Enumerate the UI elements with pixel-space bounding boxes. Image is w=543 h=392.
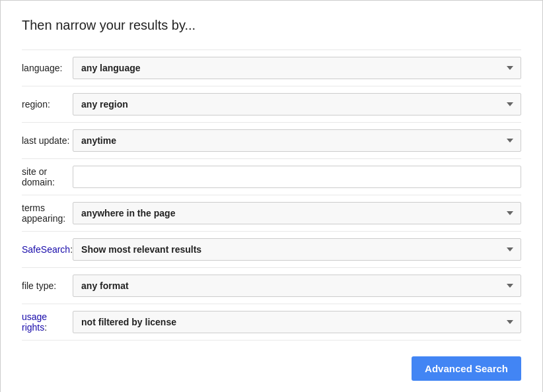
row-safesearch: SafeSearch:Show most relevant resultsFil… [22, 232, 521, 268]
input-cell-usage-rights: not filtered by licensefree to use or sh… [73, 304, 521, 341]
select-terms-appearing[interactable]: anywhere in the pagein the title of the … [73, 202, 521, 224]
label-file-type: file type: [22, 268, 73, 304]
page-heading: Then narrow your results by... [22, 16, 521, 34]
main-container: Then narrow your results by... language:… [0, 0, 543, 392]
label-language: language: [22, 50, 73, 86]
select-last-update[interactable]: anytimepast 24 hourspast weekpast monthp… [73, 129, 521, 152]
row-file-type: file type:any formatAdobe Acrobat PDF (.… [22, 268, 521, 304]
select-wrapper-safesearch: Show most relevant resultsFilter explici… [73, 238, 521, 261]
select-wrapper-terms-appearing: anywhere in the pagein the title of the … [73, 202, 521, 224]
select-file-type[interactable]: any formatAdobe Acrobat PDF (.pdf)Adobe … [73, 275, 521, 297]
row-terms-appearing: terms appearing:anywhere in the pagein t… [22, 195, 521, 232]
label-safesearch: SafeSearch: [22, 232, 73, 268]
input-cell-last-update: anytimepast 24 hourspast weekpast monthp… [73, 123, 521, 159]
input-cell-file-type: any formatAdobe Acrobat PDF (.pdf)Adobe … [73, 268, 521, 304]
select-usage-rights[interactable]: not filtered by licensefree to use or sh… [73, 311, 521, 333]
row-language: language:any languageArabicChinese (Simp… [22, 50, 521, 86]
select-safesearch[interactable]: Show most relevant resultsFilter explici… [73, 238, 521, 261]
select-region[interactable]: any regionAfghanistanAlbaniaAlgeriaAustr… [73, 93, 521, 115]
label-last-update: last update: [22, 123, 73, 159]
form-table: language:any languageArabicChinese (Simp… [22, 49, 521, 341]
footer: Advanced Search [22, 356, 521, 381]
select-wrapper-usage-rights: not filtered by licensefree to use or sh… [73, 311, 521, 333]
row-last-update: last update:anytimepast 24 hourspast wee… [22, 123, 521, 159]
input-cell-language: any languageArabicChinese (Simplified)Ch… [73, 50, 521, 86]
link-usage-rights[interactable]: usage rights [22, 311, 47, 333]
select-wrapper-last-update: anytimepast 24 hourspast weekpast monthp… [73, 129, 521, 152]
input-cell-safesearch: Show most relevant resultsFilter explici… [73, 232, 521, 268]
select-wrapper-file-type: any formatAdobe Acrobat PDF (.pdf)Adobe … [73, 275, 521, 297]
label-region: region: [22, 86, 73, 123]
advanced-search-button[interactable]: Advanced Search [412, 356, 521, 381]
select-wrapper-language: any languageArabicChinese (Simplified)Ch… [73, 57, 521, 79]
label-site-or-domain: site or domain: [22, 159, 73, 195]
input-cell-region: any regionAfghanistanAlbaniaAlgeriaAustr… [73, 86, 521, 123]
link-safesearch[interactable]: SafeSearch [22, 244, 70, 255]
select-language[interactable]: any languageArabicChinese (Simplified)Ch… [73, 57, 521, 79]
label-terms-appearing: terms appearing: [22, 195, 73, 232]
input-cell-site-or-domain [73, 159, 521, 195]
input-cell-terms-appearing: anywhere in the pagein the title of the … [73, 195, 521, 232]
text-input-site-or-domain[interactable] [73, 166, 521, 188]
row-site-or-domain: site or domain: [22, 159, 521, 195]
label-usage-rights: usage rights: [22, 304, 73, 341]
row-region: region:any regionAfghanistanAlbaniaAlger… [22, 86, 521, 123]
select-wrapper-region: any regionAfghanistanAlbaniaAlgeriaAustr… [73, 93, 521, 115]
row-usage-rights: usage rights:not filtered by licensefree… [22, 304, 521, 341]
